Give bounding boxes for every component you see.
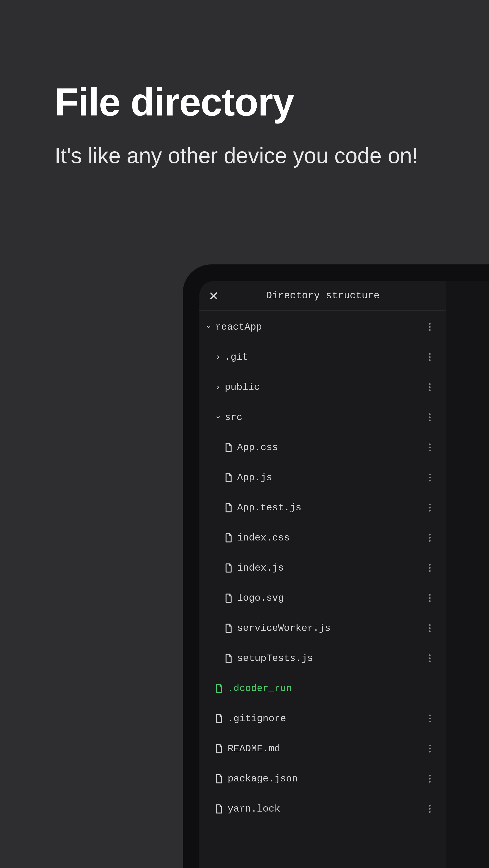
file-icon xyxy=(225,654,232,663)
close-button[interactable] xyxy=(208,289,220,302)
item-label: src xyxy=(225,412,425,423)
item-label: reactApp xyxy=(215,321,425,333)
file-icon-wrapper xyxy=(224,593,233,603)
file-item[interactable]: index.css xyxy=(199,523,446,553)
file-icon xyxy=(215,714,223,723)
more-options-button[interactable] xyxy=(425,443,434,451)
file-icon xyxy=(225,563,232,573)
file-icon-wrapper xyxy=(224,472,233,483)
file-item[interactable]: App.test.js xyxy=(199,493,446,523)
item-label: serviceWorker.js xyxy=(237,623,425,634)
chevron-right-icon xyxy=(215,385,221,390)
folder-item[interactable]: .git xyxy=(199,342,446,372)
more-options-button[interactable] xyxy=(425,504,434,512)
file-item[interactable]: README.md xyxy=(199,734,446,764)
file-item[interactable]: logo.svg xyxy=(199,583,446,613)
file-icon-wrapper xyxy=(224,442,233,453)
device-screen: 0 used ry oject t it ny Directory struct… xyxy=(199,281,489,868)
more-options-icon xyxy=(429,474,431,482)
more-options-icon xyxy=(429,504,431,512)
item-label: .dcoder_run xyxy=(228,683,425,694)
chevron-down-icon xyxy=(215,415,221,420)
item-label: App.css xyxy=(237,442,425,453)
item-label: logo.svg xyxy=(237,593,425,603)
more-options-icon xyxy=(429,594,431,602)
file-icon-wrapper xyxy=(215,774,223,784)
file-icon-wrapper xyxy=(224,502,233,513)
file-icon-wrapper xyxy=(224,623,233,633)
device-frame: 0 used ry oject t it ny Directory struct… xyxy=(183,265,489,868)
item-label: yarn.lock xyxy=(228,804,425,814)
more-options-button[interactable] xyxy=(425,353,434,361)
file-item[interactable]: package.json xyxy=(199,764,446,794)
more-options-button[interactable] xyxy=(425,775,434,783)
more-options-icon xyxy=(429,624,431,632)
chevron-right-icon xyxy=(215,354,221,360)
more-options-icon xyxy=(429,715,431,722)
file-item[interactable]: setupTests.js xyxy=(199,643,446,673)
page-subtitle: It's like any other device you code on! xyxy=(55,142,434,170)
more-options-button[interactable] xyxy=(425,383,434,391)
file-icon xyxy=(225,623,232,633)
expand-toggle[interactable] xyxy=(215,385,222,390)
file-icon xyxy=(225,503,232,513)
file-item[interactable]: App.js xyxy=(199,462,446,493)
more-options-button[interactable] xyxy=(425,805,434,813)
file-item[interactable]: App.css xyxy=(199,432,446,462)
item-label: App.test.js xyxy=(237,502,425,513)
more-options-icon xyxy=(429,353,431,361)
more-options-icon xyxy=(429,775,431,783)
more-options-icon xyxy=(429,745,431,752)
chevron-down-icon xyxy=(206,324,211,330)
file-icon-wrapper xyxy=(224,563,233,573)
more-options-icon xyxy=(429,564,431,572)
folder-item[interactable]: public xyxy=(199,372,446,402)
file-item[interactable]: index.js xyxy=(199,553,446,583)
expand-toggle[interactable] xyxy=(205,324,212,330)
more-options-button[interactable] xyxy=(425,323,434,331)
file-tree: reactApp.gitpublicsrc App.css App.js App… xyxy=(199,311,446,824)
expand-toggle[interactable] xyxy=(215,354,222,360)
item-label: setupTests.js xyxy=(237,653,425,664)
more-options-button[interactable] xyxy=(425,654,434,662)
file-icon xyxy=(225,443,232,452)
item-label: .gitignore xyxy=(228,713,425,724)
item-label: package.json xyxy=(228,773,425,784)
file-item[interactable]: .dcoder_run xyxy=(199,673,446,704)
file-icon-wrapper xyxy=(224,653,233,663)
file-icon-wrapper xyxy=(215,804,223,814)
folder-item[interactable]: src xyxy=(199,402,446,432)
more-options-button[interactable] xyxy=(425,474,434,482)
expand-toggle[interactable] xyxy=(215,415,222,420)
item-label: App.js xyxy=(237,472,425,483)
more-options-button[interactable] xyxy=(425,624,434,632)
directory-panel: Directory structure reactApp.gitpublicsr… xyxy=(199,281,446,868)
folder-item[interactable]: reactApp xyxy=(199,312,446,342)
file-icon-wrapper xyxy=(215,743,223,754)
item-label: README.md xyxy=(228,743,425,754)
more-options-icon xyxy=(429,443,431,451)
file-icon xyxy=(215,774,223,783)
more-options-icon xyxy=(429,383,431,391)
file-icon-wrapper xyxy=(215,683,223,694)
item-label: public xyxy=(225,382,425,393)
file-item[interactable]: .gitignore xyxy=(199,704,446,734)
file-icon-wrapper xyxy=(215,713,223,724)
item-label: .git xyxy=(225,352,425,363)
more-options-button[interactable] xyxy=(425,594,434,602)
more-options-button[interactable] xyxy=(425,534,434,542)
more-options-button[interactable] xyxy=(425,745,434,752)
file-item[interactable]: yarn.lock xyxy=(199,794,446,824)
file-item[interactable]: serviceWorker.js xyxy=(199,613,446,643)
file-icon xyxy=(225,533,232,542)
file-icon xyxy=(215,804,223,814)
item-label: index.css xyxy=(237,532,425,543)
more-options-button[interactable] xyxy=(425,715,434,722)
panel-header: Directory structure xyxy=(199,281,446,311)
more-options-button[interactable] xyxy=(425,564,434,572)
close-icon xyxy=(210,292,218,300)
page-title: File directory xyxy=(55,81,434,124)
file-icon xyxy=(225,473,232,483)
more-options-button[interactable] xyxy=(425,413,434,421)
more-options-icon xyxy=(429,323,431,331)
